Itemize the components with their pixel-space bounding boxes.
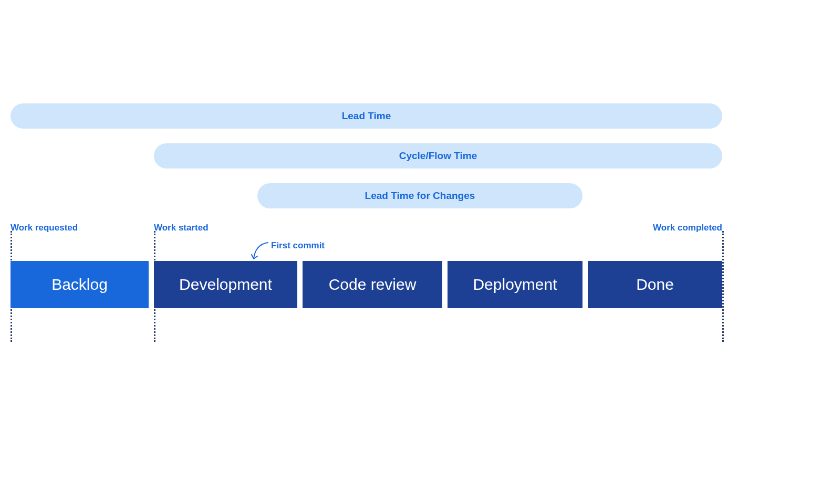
bar-cycle-flow-time-label: Cycle/Flow Time — [399, 150, 477, 162]
stage-done: Done — [588, 261, 722, 308]
bar-lead-time: Lead Time — [11, 103, 722, 129]
bar-lead-time-for-changes: Lead Time for Changes — [257, 183, 583, 208]
annotation-work-completed: Work completed — [653, 223, 722, 233]
bar-lead-time-label: Lead Time — [342, 110, 391, 122]
vline-work-completed — [722, 231, 724, 342]
stage-backlog-label: Backlog — [51, 276, 108, 293]
stage-backlog: Backlog — [11, 261, 149, 308]
annotation-work-requested: Work requested — [11, 223, 78, 233]
annotation-first-commit: First commit — [271, 240, 325, 251]
stage-deployment: Deployment — [448, 261, 583, 308]
bar-cycle-flow-time: Cycle/Flow Time — [154, 143, 722, 169]
stage-done-label: Done — [636, 276, 674, 293]
stage-development: Development — [154, 261, 297, 308]
stage-development-label: Development — [179, 276, 272, 293]
stage-deployment-label: Deployment — [473, 276, 557, 293]
arrow-first-commit-icon — [252, 242, 273, 262]
annotation-work-started: Work started — [154, 223, 209, 233]
stage-code-review: Code review — [303, 261, 442, 308]
stage-code-review-label: Code review — [329, 276, 417, 293]
bar-lead-time-for-changes-label: Lead Time for Changes — [365, 190, 475, 202]
